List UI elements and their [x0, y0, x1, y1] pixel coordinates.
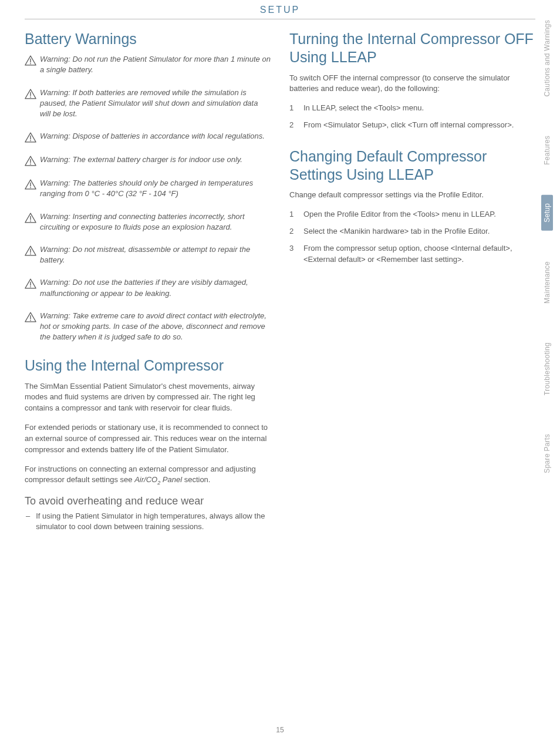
- warning-block: Warning: Do not mistreat, disassemble or…: [25, 244, 271, 265]
- paragraph: For instructions on connecting an extern…: [25, 464, 271, 487]
- warning-icon: [25, 312, 36, 322]
- warning-block: Warning: Dispose of batteries in accorda…: [25, 131, 271, 143]
- heading-changing-default: Changing Default Compressor Settings Usi…: [289, 147, 535, 184]
- list-number: 1: [289, 103, 296, 114]
- content-columns: Battery Warnings Warning: Do not run the…: [0, 30, 560, 532]
- warning-text: Warning: If both batteries are removed w…: [40, 88, 271, 120]
- list-text: From <Simulator Setup>, click <Turn off …: [303, 120, 514, 131]
- paragraph: For extended periods or stationary use, …: [25, 422, 271, 456]
- side-tab-features[interactable]: Features: [541, 127, 553, 173]
- warning-text: Warning: Do not mistreat, disassemble or…: [40, 244, 271, 265]
- warning-icon: [25, 278, 36, 289]
- list-text: If using the Patient Simulator in high t…: [36, 511, 271, 532]
- page-number: 15: [0, 726, 560, 734]
- paragraph: The SimMan Essential Patient Simulator's…: [25, 381, 271, 415]
- list-item: 1In LLEAP, select the <Tools> menu.: [289, 103, 535, 114]
- side-tab-maintenance[interactable]: Maintenance: [541, 253, 553, 312]
- term: Air/CO2 Panel: [134, 475, 182, 484]
- warning-block: Warning: Take extreme care to avoid dire…: [25, 311, 271, 343]
- warning-icon: [25, 179, 36, 190]
- heading-battery-warnings: Battery Warnings: [25, 30, 271, 48]
- warning-text: Warning: The external battery charger is…: [40, 154, 242, 165]
- side-tabs: Cautions and WarningsFeaturesSetupMainte…: [541, 12, 553, 482]
- heading-turning-off: Turning the Internal Compressor OFF Usin…: [289, 30, 535, 67]
- warning-block: Warning: Do not run the Patient Simulato…: [25, 54, 271, 75]
- left-column: Battery Warnings Warning: Do not run the…: [25, 30, 271, 532]
- heading-avoid-overheating: To avoid overheating and reduce wear: [25, 495, 271, 507]
- svg-point-9: [30, 187, 31, 189]
- list-number: 2: [289, 120, 296, 131]
- section-header: SETUP: [25, 0, 535, 19]
- warning-icon: [25, 55, 36, 66]
- ordered-list: 1Open the Profile Editor from the <Tools…: [289, 209, 535, 265]
- warning-block: Warning: The external battery charger is…: [25, 154, 271, 166]
- list-number: 3: [289, 243, 296, 265]
- warning-block: Warning: If both batteries are removed w…: [25, 88, 271, 120]
- dash-bullet: –: [26, 511, 30, 532]
- warning-icon: [25, 245, 36, 256]
- svg-point-13: [30, 254, 31, 255]
- list-number: 2: [289, 226, 296, 237]
- svg-point-17: [30, 319, 31, 321]
- list-text: Select the <Manikin hardware> tab in the…: [303, 226, 490, 237]
- warning-text: Warning: Do not run the Patient Simulato…: [40, 54, 271, 75]
- warning-text: Warning: Take extreme care to avoid dire…: [40, 311, 271, 343]
- list-text: Open the Profile Editor from the <Tools>…: [303, 209, 496, 220]
- list-item: 2Select the <Manikin hardware> tab in th…: [289, 226, 535, 237]
- list-text: From the compressor setup option, choose…: [303, 243, 535, 265]
- list-item: 3From the compressor setup option, choos…: [289, 243, 535, 265]
- list-number: 1: [289, 209, 296, 220]
- warning-text: Warning: Dispose of batteries in accorda…: [40, 131, 265, 142]
- warning-icon: [25, 213, 36, 223]
- paragraph: Change default compressor settings via t…: [289, 190, 535, 201]
- list-item: 1Open the Profile Editor from the <Tools…: [289, 209, 535, 220]
- text: section.: [182, 475, 210, 484]
- warning-icon: [25, 156, 36, 166]
- side-tab-setup[interactable]: Setup: [541, 195, 553, 231]
- warning-text: Warning: Inserting and connecting batter…: [40, 211, 271, 233]
- list-item: – If using the Patient Simulator in high…: [25, 511, 271, 532]
- warning-text: Warning: Do not use the batteries if the…: [40, 277, 271, 298]
- warning-text: Warning: The batteries should only be ch…: [40, 178, 271, 199]
- side-tab-troubleshooting[interactable]: Troubleshooting: [541, 334, 553, 403]
- paragraph: To switch OFF the internal compressor (t…: [289, 73, 535, 95]
- svg-point-15: [30, 287, 31, 288]
- warning-block: Warning: Do not use the batteries if the…: [25, 277, 271, 298]
- svg-point-3: [30, 96, 31, 97]
- warning-block: Warning: The batteries should only be ch…: [25, 178, 271, 199]
- heading-internal-compressor: Using the Internal Compressor: [25, 356, 271, 375]
- ordered-list: 1In LLEAP, select the <Tools> menu.2From…: [289, 103, 535, 131]
- side-tab-spare-parts[interactable]: Spare Parts: [541, 426, 553, 482]
- list-text: In LLEAP, select the <Tools> menu.: [303, 103, 424, 114]
- warning-icon: [25, 132, 36, 143]
- right-column: Turning the Internal Compressor OFF Usin…: [289, 30, 535, 532]
- svg-point-11: [30, 220, 31, 221]
- warning-icon: [25, 89, 36, 99]
- svg-point-1: [30, 63, 31, 65]
- svg-point-7: [30, 164, 31, 165]
- warning-block: Warning: Inserting and connecting batter…: [25, 211, 271, 233]
- svg-point-5: [30, 140, 31, 142]
- side-tab-cautions-and-warnings[interactable]: Cautions and Warnings: [541, 12, 553, 105]
- list-item: 2From <Simulator Setup>, click <Turn off…: [289, 120, 535, 131]
